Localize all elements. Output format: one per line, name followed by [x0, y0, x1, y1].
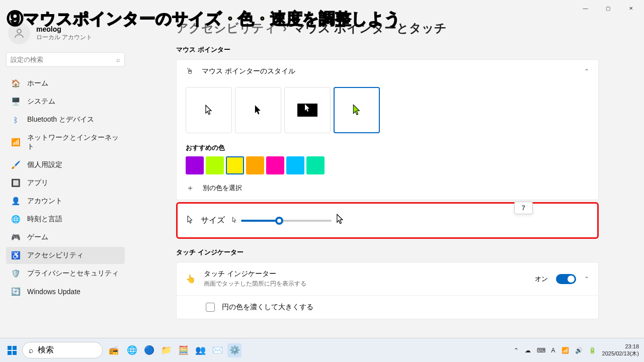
taskbar-teams[interactable]: 👥 — [193, 343, 207, 357]
touch-option-label: 円の色を濃くして大きくする — [222, 303, 313, 312]
pointer-style-custom[interactable] — [334, 87, 380, 133]
search-icon: ⌕ — [116, 56, 120, 63]
breadcrumb: アクセシビリティ › マウス ポインターとタッチ — [176, 20, 599, 36]
tray-wifi-icon[interactable]: 📶 — [561, 347, 569, 354]
color-swatch[interactable] — [226, 156, 244, 174]
nav-icon: 🌐 — [11, 215, 20, 224]
nav-icon: 🎮 — [11, 233, 20, 242]
checkbox[interactable] — [206, 303, 215, 312]
nav-label: プライバシーとセキュリティ — [27, 269, 119, 278]
svg-rect-2 — [13, 346, 17, 350]
taskbar-date: 2025/02/13(木) — [602, 350, 639, 357]
color-swatch[interactable] — [186, 156, 204, 174]
sidebar-item[interactable]: 🏠ホーム — [6, 75, 125, 92]
nav-label: Windows Update — [27, 288, 80, 296]
more-color-label: 別の色を選択 — [203, 184, 242, 193]
minimize-button[interactable]: — — [574, 0, 597, 16]
size-value-tooltip: 7 — [514, 202, 533, 214]
sidebar-item[interactable]: 🔄Windows Update — [6, 283, 125, 300]
user-profile[interactable]: meolog ローカル アカウント — [6, 20, 125, 52]
nav-label: アプリ — [27, 178, 48, 188]
size-slider[interactable] — [241, 220, 332, 222]
svg-point-0 — [17, 29, 21, 33]
sidebar-item[interactable]: 🌐時刻と言語 — [6, 211, 125, 228]
touch-bold-option[interactable]: 円の色を濃くして大きくする — [177, 295, 598, 319]
choose-another-color[interactable]: ＋ 別の色を選択 — [186, 179, 589, 197]
taskbar: ⌕検索 📻 🌐 🔵 📁 🧮 👥 ✉️ ⚙️ ⌃ ☁ ⌨ A 📶 🔊 🔋 23:1… — [0, 338, 644, 362]
taskbar-clock[interactable]: 23:18 2025/02/13(木) — [602, 343, 639, 356]
tray-chevron-icon[interactable]: ⌃ — [514, 347, 519, 354]
nav-label: 時刻と言語 — [27, 215, 62, 224]
nav-icon: ᛒ — [11, 115, 20, 124]
nav-icon: 🔲 — [11, 178, 20, 188]
tray-onedrive-icon[interactable]: ☁ — [525, 347, 531, 354]
section-touch-label: タッチ インジケーター — [176, 248, 599, 257]
color-swatch[interactable] — [266, 156, 284, 174]
taskbar-settings[interactable]: ⚙️ — [227, 343, 242, 357]
cursor-icon: 🖱 — [186, 67, 194, 76]
touch-indicator-row[interactable]: 👆 タッチ インジケーター 画面でタッチした箇所に円を表示する オン ⌃ — [177, 262, 598, 295]
nav-icon: 🛡️ — [11, 269, 20, 278]
pointer-style-card: 🖱 マウス ポインターのスタイル ⌃ おすすめの色 ＋ 別の色を選択 — [176, 59, 599, 200]
pointer-style-header[interactable]: 🖱 マウス ポインターのスタイル ⌃ — [177, 60, 598, 83]
touch-indicator-card: 👆 タッチ インジケーター 画面でタッチした箇所に円を表示する オン ⌃ 円の色… — [176, 262, 599, 319]
window-titlebar: — ▢ ✕ — [0, 0, 644, 16]
taskbar-explorer[interactable]: 📁 — [159, 343, 173, 357]
close-button[interactable]: ✕ — [619, 0, 642, 16]
settings-search[interactable]: ⌕ — [6, 52, 125, 67]
sidebar: meolog ローカル アカウント ⌕ 🏠ホーム🖥️システムᛒBluetooth… — [0, 16, 131, 338]
recommended-colors-label: おすすめの色 — [186, 143, 589, 152]
color-swatch[interactable] — [306, 156, 325, 174]
nav-label: Bluetooth とデバイス — [27, 115, 94, 124]
sidebar-item[interactable]: 🛡️プライバシーとセキュリティ — [6, 265, 125, 282]
color-swatch[interactable] — [286, 156, 304, 174]
sidebar-item[interactable]: 📶ネットワークとインターネット — [6, 129, 125, 155]
colors-section: おすすめの色 ＋ 別の色を選択 — [177, 143, 598, 200]
nav-icon: 🔄 — [11, 287, 20, 296]
taskbar-search[interactable]: ⌕検索 — [22, 342, 103, 358]
sidebar-item[interactable]: 🎮ゲーム — [6, 229, 125, 246]
taskbar-calculator[interactable]: 🧮 — [176, 343, 190, 357]
maximize-button[interactable]: ▢ — [597, 0, 619, 16]
color-swatch[interactable] — [206, 156, 224, 174]
taskbar-widgets[interactable]: 📻 — [106, 345, 122, 355]
sidebar-item[interactable]: 🖌️個人用設定 — [6, 156, 125, 173]
taskbar-mail[interactable]: ✉️ — [210, 343, 224, 357]
nav-label: 個人用設定 — [27, 160, 62, 169]
color-swatch[interactable] — [246, 156, 264, 174]
nav-label: システム — [27, 97, 55, 106]
tray-keyboard-icon[interactable]: ⌨ — [537, 347, 545, 354]
small-pointer-icon — [232, 217, 237, 225]
pointer-style-white[interactable] — [186, 87, 232, 133]
sidebar-item[interactable]: 🖥️システム — [6, 93, 125, 110]
large-pointer-icon — [336, 214, 345, 227]
sidebar-item[interactable]: 👤アカウント — [6, 193, 125, 210]
sidebar-item[interactable]: ᛒBluetooth とデバイス — [6, 111, 125, 128]
nav-label: ゲーム — [27, 233, 48, 242]
nav-icon: 📶 — [11, 138, 20, 147]
search-icon: ⌕ — [29, 346, 34, 355]
sidebar-item[interactable]: ♿アクセシビリティ — [6, 247, 125, 264]
tray-volume-icon[interactable]: 🔊 — [575, 347, 583, 354]
breadcrumb-parent[interactable]: アクセシビリティ — [176, 20, 277, 36]
search-input[interactable] — [11, 56, 116, 63]
slider-thumb[interactable] — [275, 217, 283, 225]
main-content: アクセシビリティ › マウス ポインターとタッチ マウス ポインター 🖱 マウス… — [131, 16, 644, 338]
touch-subtitle: 画面でタッチした箇所に円を表示する — [204, 280, 527, 288]
touch-toggle[interactable] — [556, 274, 576, 284]
pointer-style-black[interactable] — [235, 87, 281, 133]
taskbar-chrome[interactable]: 🌐 — [125, 343, 139, 357]
plus-icon: ＋ — [186, 184, 195, 193]
back-button[interactable]: ← — [8, 16, 16, 25]
nav-label: ホーム — [27, 79, 48, 88]
svg-rect-4 — [13, 351, 17, 355]
tray-ime-icon[interactable]: A — [551, 347, 555, 354]
breadcrumb-current: マウス ポインターとタッチ — [293, 20, 447, 36]
taskbar-edge[interactable]: 🔵 — [142, 343, 156, 357]
pointer-style-inverted[interactable] — [284, 87, 331, 133]
breadcrumb-sep: › — [283, 21, 287, 35]
tray-battery-icon[interactable]: 🔋 — [589, 347, 596, 354]
sidebar-item[interactable]: 🔲アプリ — [6, 174, 125, 192]
start-button[interactable] — [5, 343, 19, 357]
touch-title: タッチ インジケーター — [204, 269, 527, 279]
